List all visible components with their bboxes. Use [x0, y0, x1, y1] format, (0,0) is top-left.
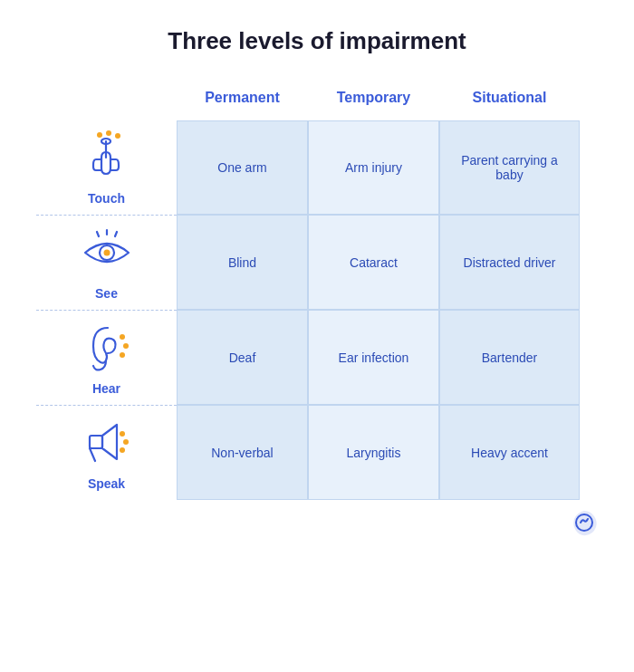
- svg-point-10: [123, 343, 129, 349]
- svg-point-0: [97, 132, 102, 138]
- svg-point-1: [106, 130, 111, 136]
- touch-situational: Parent carrying a baby: [439, 120, 580, 215]
- svg-point-5: [103, 249, 110, 255]
- see-situational: Distracted driver: [439, 215, 580, 310]
- svg-point-9: [120, 334, 125, 340]
- speak-temporary: Laryngitis: [308, 405, 439, 500]
- speak-icon: [80, 415, 134, 469]
- svg-point-14: [120, 447, 125, 453]
- table-grid: Permanent Temporary Situational: [36, 81, 598, 500]
- svg-point-2: [115, 133, 120, 139]
- svg-line-7: [97, 232, 99, 236]
- header-temporary: Temporary: [308, 81, 439, 120]
- row-label-hear: Hear: [36, 310, 177, 405]
- see-icon: [80, 225, 134, 279]
- hear-temporary: Ear infection: [308, 310, 439, 405]
- hear-permanent: Deaf: [177, 310, 308, 405]
- footer: [36, 509, 598, 536]
- svg-rect-15: [90, 436, 102, 448]
- speak-label: Speak: [88, 476, 125, 491]
- brand-logo-icon: [571, 509, 598, 536]
- touch-icon: [80, 130, 134, 184]
- svg-line-16: [90, 448, 95, 461]
- svg-point-13: [123, 439, 129, 445]
- header-permanent: Permanent: [177, 81, 308, 120]
- touch-temporary: Arm injury: [308, 120, 439, 215]
- row-label-speak: Speak: [36, 405, 177, 500]
- hear-situational: Bartender: [439, 310, 580, 405]
- impairment-table: Permanent Temporary Situational: [36, 81, 598, 500]
- touch-permanent: One arm: [177, 120, 308, 215]
- speak-situational: Heavy accent: [439, 405, 580, 500]
- see-label: See: [95, 286, 118, 301]
- svg-point-11: [120, 352, 125, 358]
- svg-point-12: [120, 431, 125, 437]
- touch-label: Touch: [88, 191, 125, 206]
- see-temporary: Cataract: [308, 215, 439, 310]
- speak-permanent: Non-verbal: [177, 405, 308, 500]
- row-label-touch: Touch: [36, 120, 177, 215]
- row-label-see: See: [36, 215, 177, 310]
- page-title: Three levels of impairment: [168, 27, 466, 55]
- svg-line-8: [115, 232, 117, 236]
- hear-label: Hear: [92, 381, 120, 396]
- hear-icon: [80, 320, 134, 374]
- header-situational: Situational: [439, 81, 580, 120]
- header-empty: [36, 81, 177, 120]
- see-permanent: Blind: [177, 215, 308, 310]
